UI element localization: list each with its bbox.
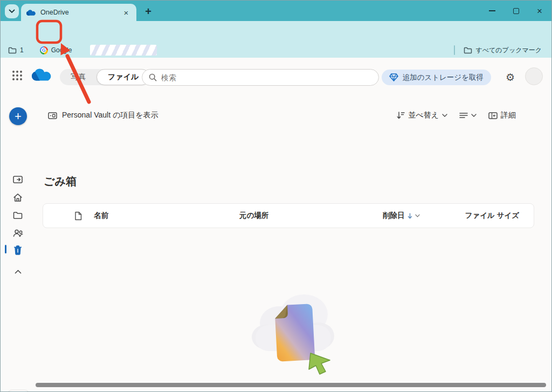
bookmark-folder-count: 1 <box>20 46 24 54</box>
column-header-original-location[interactable]: 元の場所 <box>239 211 383 221</box>
folder-icon <box>13 211 23 219</box>
details-pane-icon <box>488 112 498 119</box>
settings-gear-icon[interactable]: ⚙ <box>506 70 515 85</box>
bookmark-redacted[interactable] <box>90 45 157 56</box>
bookmark-google[interactable]: Google <box>36 46 77 54</box>
bookmark-google-label: Google <box>51 46 72 54</box>
search-input[interactable] <box>161 73 372 82</box>
details-label: 詳細 <box>501 111 516 120</box>
onedrive-logo-icon[interactable] <box>32 67 52 81</box>
folder-icon <box>8 47 17 54</box>
new-tab-button[interactable]: + <box>142 5 155 18</box>
sidebar-my-files[interactable] <box>12 210 23 221</box>
horizontal-scrollbar[interactable] <box>36 383 546 387</box>
table-header-row: 名前 元の場所 削除日 ファイル サイズ <box>43 203 534 228</box>
all-bookmarks-button[interactable]: すべてのブックマーク <box>459 46 546 55</box>
premium-button[interactable] <box>7 390 30 392</box>
command-row: Personal Vault の項目を表示 並べ替え 詳細 <box>35 111 551 123</box>
app-launcher-icon[interactable] <box>12 71 22 80</box>
trash-icon <box>13 245 22 255</box>
titlebar: OneDrive × + × <box>1 1 551 21</box>
search-icon <box>149 73 157 81</box>
panel-arrow-icon <box>13 176 23 183</box>
onedrive-favicon-icon <box>26 9 36 16</box>
get-storage-button[interactable]: 追加のストレージを取得 <box>382 70 491 85</box>
onedrive-page: 写真 ファイル 追加のストレージを取得 ⚙ + <box>1 58 551 391</box>
page-title: ごみ箱 <box>44 174 77 189</box>
get-storage-label: 追加のストレージを取得 <box>403 73 484 82</box>
account-avatar[interactable] <box>525 67 543 85</box>
chevron-down-icon <box>471 114 477 117</box>
view-controls: 並べ替え 詳細 <box>397 111 516 120</box>
maximize-button[interactable] <box>504 1 528 21</box>
home-icon <box>13 193 23 202</box>
browser-tab-onedrive[interactable]: OneDrive × <box>21 4 136 21</box>
sidebar-shared[interactable] <box>12 228 23 238</box>
sort-icon <box>397 112 405 119</box>
maximize-icon <box>513 8 519 14</box>
all-bookmarks-label: すべてのブックマーク <box>475 46 542 55</box>
close-icon: × <box>537 6 542 16</box>
active-nav-indicator <box>5 245 6 253</box>
column-header-file-size[interactable]: ファイル サイズ <box>464 211 534 221</box>
column-header-deleted-date[interactable]: 削除日 <box>383 211 464 221</box>
minimize-icon <box>489 10 495 11</box>
column-header-name[interactable]: 名前 <box>94 211 239 221</box>
sort-descending-arrow-icon <box>408 213 412 219</box>
sidebar-home[interactable] <box>12 192 23 203</box>
main-content: Personal Vault の項目を表示 並べ替え 詳細 <box>35 92 551 391</box>
vault-icon <box>48 112 57 119</box>
onedrive-header: 写真 ファイル 追加のストレージを取得 ⚙ <box>1 58 551 92</box>
tab-title: OneDrive <box>40 9 117 16</box>
personal-vault-label: Personal Vault の項目を表示 <box>62 111 158 120</box>
bookmark-folder[interactable]: 1 <box>4 46 28 54</box>
bookmarks-separator <box>454 45 455 55</box>
sort-button[interactable]: 並べ替え <box>397 111 447 120</box>
list-view-icon <box>459 112 468 119</box>
tab-search-button[interactable] <box>5 4 19 18</box>
sidebar-collapse[interactable] <box>12 266 23 277</box>
tab-close-icon[interactable]: × <box>121 8 131 17</box>
browser-toolbar: onedrive.live.com/?view=5 ☆ 文 ⋮ <box>1 21 551 43</box>
people-icon <box>13 229 23 237</box>
chevron-up-icon <box>15 270 22 274</box>
file-type-column-icon[interactable] <box>43 211 94 221</box>
deleted-date-label: 削除日 <box>383 211 405 221</box>
close-button[interactable]: × <box>528 1 551 21</box>
search-box[interactable] <box>142 69 379 86</box>
create-new-button[interactable]: + <box>9 107 27 125</box>
sidebar-panel-toggle[interactable] <box>12 174 23 185</box>
folder-icon <box>464 47 472 54</box>
toggle-photos[interactable]: 写真 <box>60 69 96 85</box>
google-favicon-icon <box>40 46 48 54</box>
sort-label: 並べ替え <box>408 111 439 120</box>
view-layout-button[interactable] <box>459 112 477 119</box>
browser-window: OneDrive × + × onedrive.live.com/?view=5 <box>0 0 552 392</box>
photos-files-toggle: 写真 ファイル <box>60 69 150 85</box>
window-controls: × <box>480 1 551 21</box>
minimize-button[interactable] <box>480 1 504 21</box>
bookmarks-bar-right: すべてのブックマーク <box>454 45 551 55</box>
sidebar-recycle-bin[interactable] <box>12 245 23 256</box>
chevron-down-icon <box>415 214 420 217</box>
empty-folder-illustration <box>248 284 340 384</box>
bookmarks-bar: 1 Google すべてのブックマーク <box>1 43 551 58</box>
premium-diamond-icon <box>389 73 398 81</box>
personal-vault-toggle[interactable]: Personal Vault の項目を表示 <box>48 111 158 120</box>
details-pane-button[interactable]: 詳細 <box>488 111 516 120</box>
chevron-down-icon <box>442 114 447 117</box>
chevron-down-icon <box>9 9 15 13</box>
sidebar: + <box>1 92 35 391</box>
